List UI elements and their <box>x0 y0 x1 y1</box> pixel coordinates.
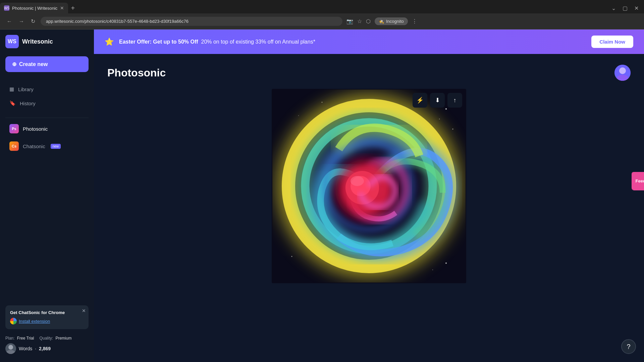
promo-banner: ⭐ Easter Offer: Get up to 50% Off 20% on… <box>94 29 644 54</box>
download-button[interactable]: ⬇ <box>430 93 445 108</box>
close-icon[interactable]: ✕ <box>634 5 639 11</box>
library-icon: ▦ <box>9 86 14 92</box>
sidebar-item-history[interactable]: 🔖 History <box>5 97 89 110</box>
image-wrapper: ⚡ ⬇ ↑ <box>272 89 466 283</box>
sidebar-divider <box>5 118 89 118</box>
share-button[interactable]: ↑ <box>447 93 462 108</box>
page-area: Photosonic <box>94 54 644 362</box>
image-container: ⚡ ⬇ ↑ <box>107 89 631 351</box>
menu-icon[interactable]: ⋮ <box>412 18 417 24</box>
browser-chrome: WS Photosonic | Writesonic ✕ + ⌄ ▢ ✕ ← →… <box>0 0 644 29</box>
plus-circle-icon: ⊕ <box>12 61 16 67</box>
logo-box: WS <box>5 35 19 48</box>
chrome-icon <box>10 318 17 324</box>
svg-point-7 <box>452 129 453 130</box>
svg-point-6 <box>445 108 447 110</box>
tab-title: Photosonic | Writesonic <box>12 6 57 11</box>
page-header: Photosonic <box>107 65 631 81</box>
claim-now-button[interactable]: Claim Now <box>591 36 633 48</box>
chrome-promo-box: ✕ Get ChatSonic for Chrome Install exten… <box>5 305 89 329</box>
tab-favicon: WS <box>4 5 9 11</box>
plan-label: Plan: Free Trial <box>5 336 34 341</box>
create-new-button[interactable]: ⊕ Create new <box>5 56 89 72</box>
svg-point-12 <box>445 262 447 264</box>
app-layout: WS Writesonic ⊕ Create new ▦ Library 🔖 H… <box>0 29 644 362</box>
svg-point-1 <box>6 350 15 354</box>
window-controls: ⌄ ▢ ✕ <box>611 5 644 11</box>
lightning-icon: ⚡ <box>416 97 424 104</box>
minimize-icon[interactable]: ⌄ <box>611 5 616 11</box>
svg-point-3 <box>619 67 626 74</box>
swirl-artwork <box>272 89 466 283</box>
install-extension-link[interactable]: Install extension <box>10 318 84 324</box>
bookmark-icon[interactable]: ☆ <box>357 18 362 24</box>
enhance-button[interactable]: ⚡ <box>413 93 427 108</box>
user-avatar-sm <box>5 343 16 354</box>
incognito-badge: 🕵 Incognito <box>375 17 408 25</box>
svg-point-13 <box>432 269 433 270</box>
plan-info: Plan: Free Trial Quality: Premium Words … <box>5 333 89 357</box>
refresh-button[interactable]: ↻ <box>30 17 37 26</box>
address-bar: ← → ↻ 📷 ☆ ⬡ 🕵 Incognito ⋮ <box>0 13 644 29</box>
page-title: Photosonic <box>107 67 166 79</box>
help-button[interactable]: ? <box>621 339 636 354</box>
banner-text: Easter Offer: Get up to 50% Off 20% on t… <box>119 39 315 45</box>
logo-area: WS Writesonic <box>5 35 89 48</box>
bookmark-nav-icon: 🔖 <box>9 100 16 106</box>
tab-bar: WS Photosonic | Writesonic ✕ + ⌄ ▢ ✕ <box>0 0 644 13</box>
svg-point-11 <box>291 256 292 257</box>
svg-point-10 <box>298 115 299 116</box>
generated-image <box>272 89 466 283</box>
active-tab[interactable]: WS Photosonic | Writesonic ✕ <box>0 3 68 13</box>
incognito-icon: 🕵 <box>379 19 384 24</box>
sidebar: WS Writesonic ⊕ Create new ▦ Library 🔖 H… <box>0 29 94 362</box>
feedback-tab[interactable]: Feedback <box>632 172 644 190</box>
logo-text: Writesonic <box>22 38 53 45</box>
image-controls: ⚡ ⬇ ↑ <box>413 93 462 108</box>
download-icon: ⬇ <box>435 97 440 104</box>
url-input[interactable] <box>41 17 342 26</box>
svg-point-0 <box>8 345 13 350</box>
svg-point-22 <box>351 176 364 186</box>
camera-off-icon: 📷 <box>346 18 353 24</box>
promo-close-button[interactable]: ✕ <box>82 308 86 313</box>
share-icon: ↑ <box>453 97 457 104</box>
back-button[interactable]: ← <box>5 17 13 26</box>
nav-items: ▦ Library 🔖 History <box>5 83 89 110</box>
sidebar-item-chatsonic[interactable]: Cs Chatsonic new <box>5 138 89 154</box>
words-row: Words · 2,869 <box>5 343 89 354</box>
new-tab-button[interactable]: + <box>68 4 77 12</box>
plan-row: Plan: Free Trial Quality: Premium <box>5 336 89 341</box>
svg-point-8 <box>439 119 440 119</box>
svg-point-9 <box>322 102 323 103</box>
main-content: ⭐ Easter Offer: Get up to 50% Off 20% on… <box>94 29 644 362</box>
new-badge: new <box>51 144 61 149</box>
photosonic-icon: Ps <box>9 124 19 133</box>
app-items: Ps Photosonic Cs Chatsonic new <box>5 121 89 154</box>
chatsonic-icon: Cs <box>9 141 19 151</box>
quality-label: Quality: Premium <box>39 336 71 341</box>
maximize-icon[interactable]: ▢ <box>623 5 628 11</box>
sidebar-item-photosonic[interactable]: Ps Photosonic <box>5 121 89 137</box>
star-icon: ⭐ <box>105 38 114 46</box>
chrome-promo-title: Get ChatSonic for Chrome <box>10 310 84 315</box>
forward-button[interactable]: → <box>17 17 25 26</box>
sidebar-item-library[interactable]: ▦ Library <box>5 83 89 96</box>
tab-close-button[interactable]: ✕ <box>60 5 64 11</box>
address-bar-icons: 📷 ☆ ⬡ 🕵 Incognito ⋮ <box>346 17 417 25</box>
extensions-icon[interactable]: ⬡ <box>366 18 371 24</box>
user-avatar[interactable] <box>614 65 631 81</box>
